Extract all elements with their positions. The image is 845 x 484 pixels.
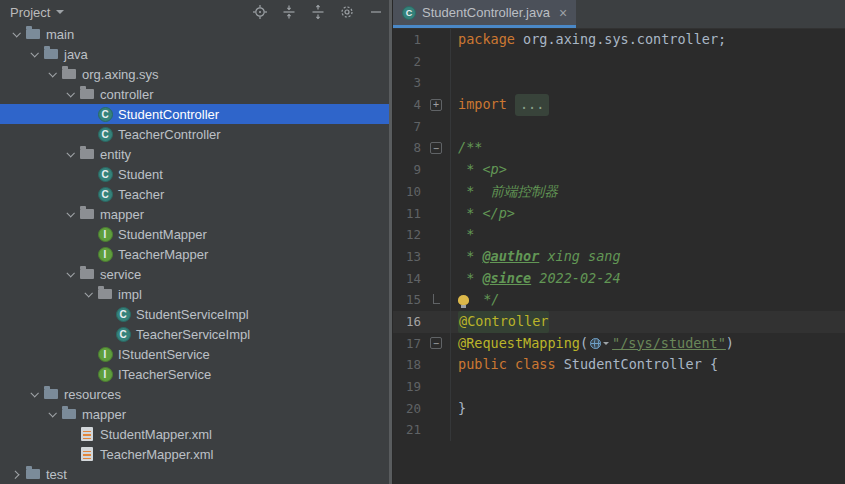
collapse-all-icon[interactable] — [281, 4, 297, 20]
chevron-down-icon[interactable] — [62, 271, 78, 277]
locate-icon[interactable] — [252, 4, 268, 20]
chevron-glyph — [48, 409, 56, 417]
code-line[interactable]: 21 — [393, 419, 845, 441]
tab-close-icon[interactable]: × — [559, 6, 567, 20]
code-editor[interactable]: 1package org.axing.sys.controller;234+im… — [393, 29, 845, 484]
code-line[interactable]: 13 * @author xing sang — [393, 246, 845, 268]
chevron-down-icon[interactable] — [8, 31, 24, 37]
editor-tab-studentcontroller[interactable]: C StudentController.java × — [393, 0, 576, 28]
package-glyph — [62, 69, 76, 79]
tree-item-impl[interactable]: impl — [0, 284, 392, 304]
chevron-down-icon[interactable] — [62, 151, 78, 157]
code-line-current[interactable]: 16@Controller — [393, 311, 845, 333]
gutter — [427, 398, 451, 420]
url-mapping-icon[interactable] — [590, 338, 609, 349]
package-icon — [79, 146, 95, 162]
tree-item-teachermapper-xml[interactable]: TeacherMapper.xml — [0, 444, 392, 464]
folder-icon — [43, 46, 59, 62]
chevron-down-icon[interactable] — [62, 211, 78, 217]
tree-item-label: org.axing.sys — [82, 67, 159, 82]
intention-bulb-icon[interactable] — [458, 295, 469, 305]
chevron-down-icon[interactable] — [44, 411, 60, 417]
fold-end-icon[interactable] — [433, 294, 440, 304]
tree-item-label: TeacherMapper — [118, 247, 208, 262]
tree-item-main[interactable]: main — [0, 24, 392, 44]
project-tree: mainjavaorg.axing.syscontrollerCStudentC… — [0, 24, 392, 484]
tree-item-teachermapper[interactable]: ITeacherMapper — [0, 244, 392, 264]
token-doc: * — [458, 246, 482, 268]
class-icon: C — [402, 6, 416, 20]
code-line[interactable]: 9 * <p> — [393, 159, 845, 181]
chevron-down-icon[interactable] — [62, 91, 78, 97]
tree-item-org-axing-sys[interactable]: org.axing.sys — [0, 64, 392, 84]
project-dropdown-icon[interactable] — [56, 10, 64, 14]
code-line[interactable]: 10 * 前端控制器 — [393, 181, 845, 203]
line-number: 4 — [393, 94, 427, 116]
line-number: 21 — [393, 419, 427, 441]
code-text: * </p> — [451, 203, 515, 225]
tree-item-resources[interactable]: resources — [0, 384, 392, 404]
gutter — [427, 376, 451, 398]
tree-item-teachercontroller[interactable]: CTeacherController — [0, 124, 392, 144]
chevron-down-icon[interactable] — [44, 71, 60, 77]
line-number: 2 — [393, 51, 427, 73]
folder-glyph — [62, 409, 76, 419]
code-line[interactable]: 19 — [393, 376, 845, 398]
tree-item-mapper[interactable]: mapper — [0, 204, 392, 224]
chevron-down-icon[interactable] — [26, 391, 42, 397]
tree-item-teacher[interactable]: CTeacher — [0, 184, 392, 204]
chevron-down-icon[interactable] — [26, 51, 42, 57]
code-line[interactable]: 2 — [393, 51, 845, 73]
hide-panel-icon[interactable] — [368, 4, 384, 20]
code-line[interactable]: 8−/** — [393, 137, 845, 159]
tree-item-teacherserviceimpl[interactable]: CTeacherServiceImpl — [0, 324, 392, 344]
code-line[interactable]: 3 — [393, 72, 845, 94]
code-line[interactable]: 11 * </p> — [393, 203, 845, 225]
code-line[interactable]: 20} — [393, 398, 845, 420]
tree-item-iteacherservice[interactable]: IITeacherService — [0, 364, 392, 384]
class-glyph: C — [98, 107, 113, 122]
settings-icon[interactable] — [339, 4, 355, 20]
tree-item-studentserviceimpl[interactable]: CStudentServiceImpl — [0, 304, 392, 324]
chevron-glyph — [66, 89, 74, 97]
tree-item-controller[interactable]: controller — [0, 84, 392, 104]
fold-expand-icon[interactable]: + — [430, 99, 442, 111]
fold-collapse-icon[interactable]: − — [430, 337, 442, 349]
tree-item-studentmapper[interactable]: IStudentMapper — [0, 224, 392, 244]
editor-tab-label: StudentController.java — [422, 5, 550, 20]
tree-item-student[interactable]: CStudent — [0, 164, 392, 184]
code-line[interactable]: 18public class StudentController { — [393, 354, 845, 376]
tree-item-java[interactable]: java — [0, 44, 392, 64]
tree-item-mapper[interactable]: mapper — [0, 404, 392, 424]
expand-all-icon[interactable] — [310, 4, 326, 20]
code-line[interactable]: 7 — [393, 116, 845, 138]
code-line[interactable]: 1package org.axing.sys.controller; — [393, 29, 845, 51]
tree-item-studentcontroller[interactable]: CStudentController — [0, 104, 392, 124]
tree-item-service[interactable]: service — [0, 264, 392, 284]
gutter — [427, 311, 451, 333]
gutter — [427, 354, 451, 376]
tree-item-studentmapper-xml[interactable]: StudentMapper.xml — [0, 424, 392, 444]
project-scrollbar[interactable] — [389, 0, 392, 484]
package-glyph — [80, 269, 94, 279]
ide-window: Project mainjavaorg.axing — [0, 0, 845, 484]
token-kw: package — [458, 29, 523, 51]
code-line[interactable]: 12 * — [393, 224, 845, 246]
folder-glyph — [26, 469, 40, 479]
code-line[interactable]: 15 */ — [393, 289, 845, 311]
code-line[interactable]: 14 * @since 2022-02-24 — [393, 268, 845, 290]
class-icon: C — [97, 106, 113, 122]
folded-region[interactable]: ... — [515, 94, 549, 116]
code-line[interactable]: 4+import ... — [393, 94, 845, 116]
tree-item-test[interactable]: test — [0, 464, 392, 484]
fold-collapse-icon[interactable]: − — [430, 142, 442, 154]
tree-item-label: TeacherController — [118, 127, 221, 142]
xml-glyph — [81, 427, 93, 441]
code-line[interactable]: 17−@RequestMapping("/sys/student") — [393, 333, 845, 355]
tree-item-istudentservice[interactable]: IIStudentService — [0, 344, 392, 364]
chevron-right-icon[interactable] — [8, 471, 24, 477]
chevron-down-icon[interactable] — [80, 291, 96, 297]
project-panel-title[interactable]: Project — [10, 5, 50, 20]
tree-item-entity[interactable]: entity — [0, 144, 392, 164]
line-number: 17 — [393, 333, 427, 355]
